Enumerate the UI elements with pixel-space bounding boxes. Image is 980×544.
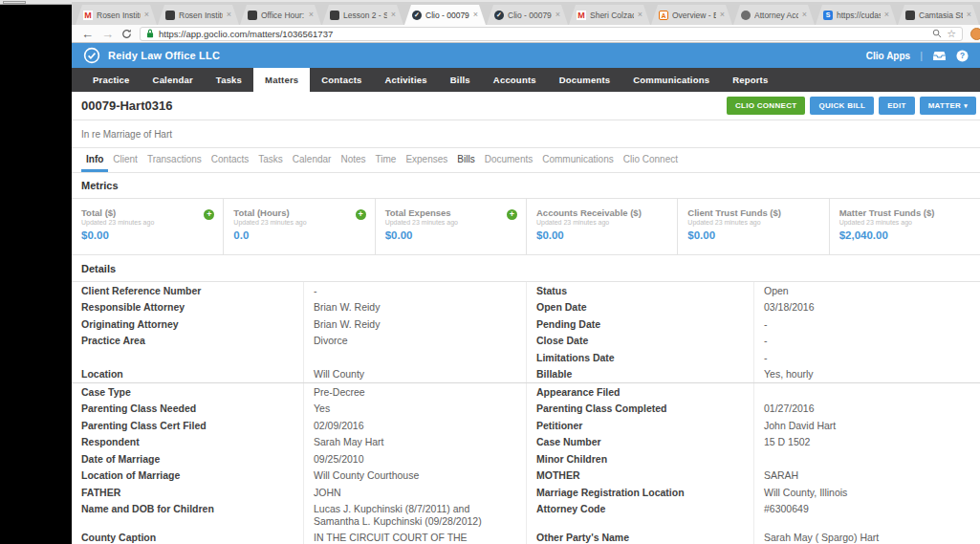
metric-value: 0.0: [233, 229, 364, 241]
dark-favicon-icon: [248, 11, 257, 20]
browser-tab[interactable]: Shttps://cudasign.×: [816, 5, 897, 25]
tab-communications[interactable]: Communications: [537, 153, 618, 172]
tab-client[interactable]: Client: [108, 153, 142, 172]
tab-notes[interactable]: Notes: [336, 153, 370, 172]
browser-tab[interactable]: ✓Clio - 00079-Hart×: [487, 5, 568, 25]
nav-item-documents[interactable]: Documents: [548, 68, 622, 92]
tab-close-icon[interactable]: ×: [638, 11, 642, 19]
detail-value: Will County: [303, 366, 526, 383]
metrics-heading-row: Metrics: [72, 173, 980, 199]
tab-time[interactable]: Time: [371, 153, 402, 172]
zoom-icon[interactable]: [932, 29, 942, 38]
add-icon[interactable]: +: [507, 209, 517, 220]
detail-value: 03/18/2016: [753, 299, 980, 316]
tab-close-icon[interactable]: ×: [391, 11, 396, 19]
add-icon[interactable]: +: [356, 209, 366, 220]
clio-connect-button[interactable]: CLIO CONNECT: [727, 97, 806, 115]
tab-close-icon[interactable]: ×: [967, 11, 971, 19]
nav-item-practice[interactable]: Practice: [81, 68, 142, 92]
tab-title: Overview - Brian: [672, 11, 716, 20]
browser-tab[interactable]: MRosen Institute W×: [76, 5, 157, 25]
tab-close-icon[interactable]: ×: [802, 11, 807, 19]
quick-bill-button[interactable]: QUICK BILL: [810, 97, 874, 115]
metric-title: Accounts Receivable ($): [536, 207, 667, 218]
tab-title: Sheri Colzack - -: [590, 11, 634, 20]
metric-title: Total ($): [81, 207, 213, 218]
detail-label: County Caption: [72, 530, 303, 544]
browser-tab[interactable]: Lesson 2 - Save×: [322, 5, 403, 25]
tab-documents[interactable]: Documents: [480, 153, 538, 172]
metric-card: Total (Hours)Updated 23 minutes ago0.0+: [223, 199, 374, 254]
forward-icon[interactable]: →: [101, 28, 114, 40]
tab-clio-connect[interactable]: Clio Connect: [619, 153, 683, 172]
primary-nav: PracticeCalendarTasksMattersContactsActi…: [72, 68, 980, 92]
inbox-tray-icon[interactable]: [932, 51, 947, 61]
nav-item-communications[interactable]: Communications: [621, 68, 721, 92]
tab-contacts[interactable]: Contacts: [207, 153, 253, 172]
bookmark-star-icon[interactable]: ☆: [947, 29, 956, 39]
detail-value: 02/09/2016: [303, 417, 526, 434]
tab-title: Lesson 2 - Save: [343, 11, 387, 20]
clio-apps-link[interactable]: Clio Apps: [866, 51, 910, 61]
clio-favicon-icon: ✓: [494, 11, 504, 20]
detail-value: -: [753, 349, 980, 366]
detail-value: 01/27/2016: [753, 401, 980, 418]
tab-close-icon[interactable]: ×: [309, 11, 314, 19]
detail-value: Open: [753, 282, 980, 299]
browser-tab[interactable]: Attorney Access×: [733, 5, 815, 25]
nav-item-reports[interactable]: Reports: [721, 68, 779, 92]
edit-button[interactable]: EDIT: [879, 97, 914, 115]
tab-bills[interactable]: Bills: [452, 153, 479, 172]
detail-label: Responsible Attorney: [72, 299, 303, 316]
header-divider: |: [920, 50, 923, 61]
metrics-cards: Total ($)Updated 23 minutes ago$0.00+Tot…: [72, 199, 980, 255]
clio-logo-icon[interactable]: [83, 47, 100, 64]
detail-label: Case Number: [526, 434, 753, 451]
tab-close-icon[interactable]: ×: [473, 11, 478, 19]
detail-label: Billable: [526, 366, 753, 383]
detail-value: [753, 383, 980, 401]
tab-expenses[interactable]: Expenses: [401, 153, 452, 172]
detail-value: Brian W. Reidy: [303, 316, 526, 333]
dark-favicon-icon: [165, 11, 175, 20]
browser-tab[interactable]: Office Hour: 9 M×: [240, 5, 321, 25]
nav-item-accounts[interactable]: Accounts: [482, 68, 548, 92]
browser-tab[interactable]: ✓Clio - 00079-Hart×: [404, 5, 486, 25]
refresh-icon[interactable]: [121, 29, 132, 39]
metric-value: $0.00: [687, 229, 818, 241]
dark-favicon-icon: [330, 11, 339, 20]
detail-value: -: [303, 282, 526, 299]
tab-close-icon[interactable]: ×: [144, 11, 149, 19]
detail-label: Appearance Filed: [526, 383, 753, 401]
tab-calendar[interactable]: Calendar: [288, 153, 337, 172]
browser-tab[interactable]: Camtasia St×: [898, 5, 979, 25]
browser-tab[interactable]: AOverview - Brian×: [651, 5, 732, 25]
back-icon[interactable]: ←: [81, 28, 94, 40]
nav-item-calendar[interactable]: Calendar: [142, 68, 205, 92]
tab-close-icon[interactable]: ×: [227, 11, 231, 19]
a-orange-favicon-icon: A: [659, 11, 668, 20]
browser-tab[interactable]: Rosen Institute -×: [158, 5, 239, 25]
tab-close-icon[interactable]: ×: [884, 11, 889, 19]
detail-label: Parenting Class Cert Filed: [72, 417, 303, 434]
help-icon[interactable]: ?: [956, 50, 969, 62]
tab-close-icon[interactable]: ×: [555, 11, 560, 19]
detail-label: Other Party's Name: [526, 530, 753, 544]
profile-avatar-icon[interactable]: [970, 28, 980, 40]
tab-close-icon[interactable]: ×: [720, 11, 725, 19]
tab-info[interactable]: Info: [81, 153, 108, 172]
s-blue-favicon-icon: S: [823, 11, 833, 20]
browser-tab[interactable]: MSheri Colzack - -×: [569, 5, 650, 25]
background-window-button: [3, 1, 26, 4]
metric-value: $0.00: [536, 229, 667, 241]
matter-menu-button[interactable]: MATTER▾: [920, 97, 976, 115]
desktop-background: [0, 0, 72, 544]
tab-tasks[interactable]: Tasks: [253, 153, 288, 172]
tab-transactions[interactable]: Transactions: [142, 153, 207, 172]
nav-item-bills[interactable]: Bills: [439, 68, 482, 92]
nav-item-contacts[interactable]: Contacts: [310, 68, 373, 92]
nav-item-tasks[interactable]: Tasks: [205, 68, 253, 92]
address-bar[interactable]: https://app.goclio.com/matters/103656173…: [140, 27, 963, 41]
nav-item-matters[interactable]: Matters: [253, 68, 310, 92]
nav-item-activities[interactable]: Activities: [374, 68, 439, 92]
